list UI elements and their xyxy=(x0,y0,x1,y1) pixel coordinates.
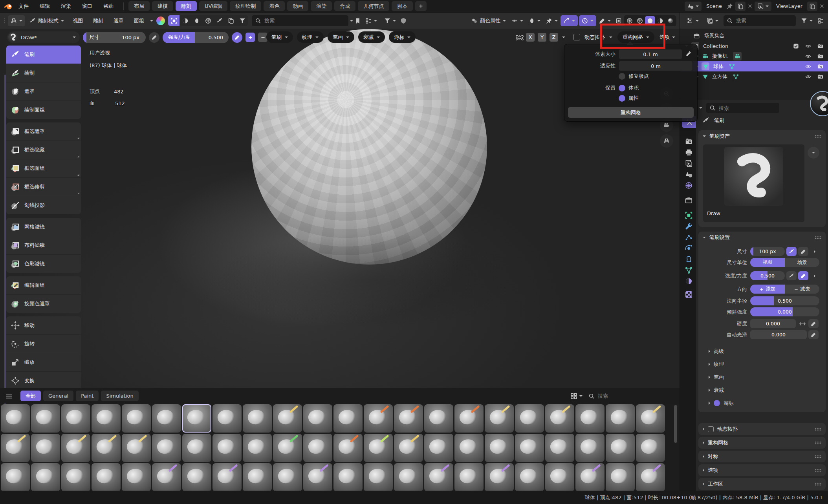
outliner-row-cube[interactable]: 立方体 xyxy=(680,71,828,82)
outliner-filter-dropdown[interactable] xyxy=(798,15,815,26)
brush-thumbnail[interactable] xyxy=(1,463,30,491)
workspace-tab-modeling[interactable]: 建模 xyxy=(152,1,173,11)
tab-view-layer[interactable] xyxy=(684,159,693,168)
tab-modifiers[interactable] xyxy=(684,221,693,231)
outliner-display-mode[interactable] xyxy=(684,15,702,26)
menu-help[interactable]: 帮助 xyxy=(98,1,119,11)
direction-subtract-button[interactable]: 减去 xyxy=(785,285,819,294)
dyntopo-checkbox[interactable] xyxy=(573,34,580,40)
symmetry-chevron[interactable] xyxy=(562,37,565,38)
brush-thumbnail[interactable] xyxy=(1,404,30,433)
ortho-toggle-button[interactable] xyxy=(660,134,673,148)
falloff-popover[interactable] xyxy=(526,15,543,26)
brush-thumbnail[interactable] xyxy=(515,404,544,433)
brush-thumbnail[interactable] xyxy=(636,463,665,491)
workspace-tab-texture-paint[interactable]: 纹理绘制 xyxy=(230,1,261,11)
tab-object[interactable] xyxy=(684,210,693,220)
tool-box-mask[interactable]: 框选遮罩 xyxy=(6,122,81,141)
shelf-tab-all[interactable]: 全部 xyxy=(20,391,41,401)
brush-thumbnail[interactable] xyxy=(394,404,423,433)
popover-cursor[interactable]: 游标 xyxy=(389,31,416,43)
brush-thumbnail[interactable] xyxy=(424,463,453,491)
viewport-3d[interactable]: Draw* 尺寸 100 px 强度/力度 0.500 笔刷 纹理 笔画 衰减 xyxy=(0,29,680,388)
brush-thumbnail[interactable] xyxy=(575,463,605,491)
blender-logo-icon[interactable] xyxy=(4,3,13,10)
options-panel[interactable]: 选项 xyxy=(698,464,826,476)
strength-pressure-button[interactable] xyxy=(232,32,242,43)
popover-brush[interactable]: 笔刷 xyxy=(266,31,293,43)
render-visibility-icon[interactable] xyxy=(817,74,823,80)
tool-brush[interactable]: 笔刷 xyxy=(6,46,81,64)
voxel-size-field[interactable]: 0.1 m xyxy=(619,49,682,59)
brush-thumbnail[interactable] xyxy=(606,434,635,462)
autosmooth-pressure-button[interactable] xyxy=(808,330,819,339)
shelf-tab-paint[interactable]: Paint xyxy=(76,391,99,401)
brush-thumbnail[interactable] xyxy=(454,434,484,462)
scene-name[interactable]: Scene xyxy=(704,3,724,9)
size-pressure-button[interactable] xyxy=(798,247,808,256)
properties-search[interactable] xyxy=(706,103,779,113)
brush-thumbnail[interactable] xyxy=(515,434,544,462)
tab-constraints[interactable] xyxy=(684,254,693,264)
xray-toggle-icon[interactable] xyxy=(616,18,622,24)
tool-mask-by-color[interactable]: 按颜色遮罩 xyxy=(6,295,81,313)
tool-draw-face-sets[interactable]: 绘制面组 xyxy=(6,101,81,119)
add-workspace-button[interactable] xyxy=(415,1,427,11)
direction-add-button[interactable]: 添加 xyxy=(750,285,785,294)
workspace-tab-scripting[interactable]: 脚本 xyxy=(392,1,413,11)
brush-thumbnail[interactable] xyxy=(122,463,151,491)
viewport-search-input[interactable] xyxy=(264,17,345,24)
subsection-advanced[interactable]: 高级 xyxy=(709,348,724,355)
workspace-tab-animation[interactable]: 动画 xyxy=(287,1,308,11)
symmetry-x-button[interactable]: X xyxy=(526,33,535,42)
brush-asset-menu-button[interactable] xyxy=(808,147,819,159)
brush-thumbnail[interactable] xyxy=(273,434,302,462)
panel-grip-icon[interactable] xyxy=(815,236,821,239)
brush-thumbnail[interactable] xyxy=(364,404,393,433)
dyntopo-panel[interactable]: 动态拓扑 xyxy=(698,423,826,435)
view-layer-name[interactable]: ViewLayer xyxy=(774,3,805,9)
tool-rotate[interactable]: 旋转 xyxy=(6,335,81,353)
dyntopo-checkbox[interactable] xyxy=(708,426,714,432)
workspace-panel[interactable]: 工作区 xyxy=(698,478,826,490)
overlay-list-button[interactable] xyxy=(363,15,380,26)
bookmark-icon[interactable] xyxy=(355,18,361,24)
render-visibility-icon[interactable] xyxy=(817,64,823,69)
brush-thumbnail[interactable] xyxy=(636,404,665,433)
tab-particles[interactable] xyxy=(684,232,693,242)
brush-thumbnail[interactable] xyxy=(303,463,332,491)
strength-expand-chevron[interactable] xyxy=(814,274,815,278)
brush-thumbnail[interactable] xyxy=(92,463,121,491)
brush-thumbnail[interactable] xyxy=(31,404,60,433)
tool-paint[interactable]: 绘制 xyxy=(6,64,81,82)
curve-popover[interactable] xyxy=(561,15,578,26)
toggle-sculpt-option-1[interactable] xyxy=(191,15,202,26)
editor-type-button[interactable] xyxy=(8,15,25,26)
shelf-display-mode-button[interactable] xyxy=(568,391,585,402)
preserve-attributes-checkbox[interactable] xyxy=(619,95,625,102)
strength-slider[interactable]: 0.500 xyxy=(750,271,785,280)
brush-thumbnail[interactable] xyxy=(364,463,393,491)
brush-thumbnail[interactable] xyxy=(303,404,332,433)
brush-assets-panel-header[interactable]: 笔刷资产 xyxy=(698,130,826,142)
menu-overflow-chevron[interactable] xyxy=(150,20,153,22)
panel-grip-icon[interactable] xyxy=(815,469,821,472)
eye-icon[interactable] xyxy=(805,64,811,69)
eye-icon[interactable] xyxy=(805,43,811,49)
brush-thumbnail[interactable] xyxy=(575,404,605,433)
normal-radius-slider[interactable]: 0.500 xyxy=(750,296,819,305)
mode-selector[interactable]: 雕刻模式 xyxy=(27,15,67,26)
color-attribute-dropdown[interactable]: 颜色属性 xyxy=(469,15,509,26)
tab-output[interactable] xyxy=(684,148,693,157)
menu-file[interactable]: 文件 xyxy=(13,1,34,11)
size-unified-button[interactable] xyxy=(786,247,797,256)
workspace-tab-layout[interactable]: 布局 xyxy=(128,1,150,11)
tool-transform[interactable]: 变换 xyxy=(6,372,81,390)
subsection-texture[interactable]: 纹理 xyxy=(709,361,724,368)
brush-thumbnail[interactable] xyxy=(182,463,211,491)
collection-checkbox-icon[interactable] xyxy=(793,43,799,49)
brush-thumbnail[interactable] xyxy=(61,434,90,462)
brush-thumbnail[interactable] xyxy=(182,434,211,462)
menu-edit[interactable]: 编辑 xyxy=(35,1,55,11)
annotate-popover[interactable] xyxy=(543,15,561,26)
